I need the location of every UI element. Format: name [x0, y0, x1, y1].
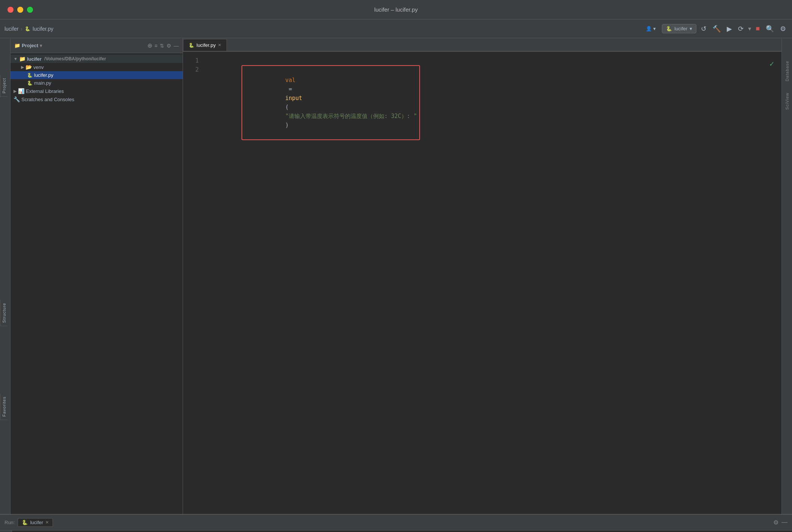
database-label[interactable]: Database: [785, 61, 789, 81]
breadcrumb-file[interactable]: lucifer.py: [33, 26, 53, 32]
run-label: Run:: [4, 520, 15, 525]
tree-main-py[interactable]: 🐍 main.py: [10, 79, 183, 87]
tree-venv[interactable]: ▶ 📂 venv: [10, 63, 183, 71]
root-path: /Volumes/DBA/python/lucifer: [43, 56, 106, 61]
run-settings-icon[interactable]: ⚙: [773, 519, 778, 526]
editor-tab-lucifer[interactable]: 🐍 lucifer.py ✕: [183, 39, 227, 51]
tree-lucifer-py[interactable]: 🐍 lucifer.py: [10, 71, 183, 79]
project-title: 📁 Project ▾: [14, 43, 42, 48]
tab-name: lucifer.py: [196, 42, 216, 48]
debug-start-button[interactable]: ▶: [725, 24, 734, 34]
minimize-button[interactable]: [17, 7, 23, 13]
breadcrumb: lucifer › 🐍 lucifer.py: [4, 26, 640, 32]
main-layout: 📁 Project ▾ ⊕ ≡ ⇅ ⚙ — ▼ 📁 lucifer /Volum…: [0, 38, 792, 514]
window-title: lucifer – lucifer.py: [374, 6, 418, 13]
project-sidebar-tab[interactable]: Project: [0, 75, 8, 97]
tab-icon: 🐍: [189, 43, 194, 48]
maximize-button[interactable]: [27, 7, 33, 13]
breadcrumb-root[interactable]: lucifer: [4, 26, 18, 32]
ext-icon: 📊: [18, 88, 24, 94]
run-header: Run: 🐍 lucifer ✕ ⚙ —: [0, 515, 792, 531]
code-paren-open: (: [285, 104, 289, 111]
checkmark-icon: ✓: [770, 58, 774, 70]
run-body: ↺ ▲ ▼ 🔧 ■ ↵ ⊟ 🖨 🗑 /Volumes/DBA/python/lu…: [0, 531, 792, 532]
run-tab-close[interactable]: ✕: [45, 520, 49, 525]
top-toolbar: lucifer › 🐍 lucifer.py 👤 ▾ 🐍 lucifer ▾ ↺…: [0, 19, 792, 38]
run-tab-lucifer[interactable]: 🐍 lucifer ✕: [18, 518, 53, 527]
lucifer-py-name: lucifer.py: [34, 72, 53, 78]
ext-chevron: ▶: [14, 89, 16, 94]
favorites-sidebar-tab[interactable]: Favorites: [0, 393, 8, 420]
editor-panel: 🐍 lucifer.py ✕ 1 2 val = input ( "请输入带温度…: [183, 38, 782, 514]
project-panel: 📁 Project ▾ ⊕ ≡ ⇅ ⚙ — ▼ 📁 lucifer /Volum…: [10, 38, 183, 514]
root-chevron: ▼: [14, 57, 18, 61]
main-py-name: main.py: [34, 80, 51, 86]
editor-tabs: 🐍 lucifer.py ✕: [183, 38, 782, 52]
run-tab-name: lucifer: [30, 520, 43, 525]
project-add-icon[interactable]: ⊕: [147, 42, 152, 49]
toolbar-right: 👤 ▾ 🐍 lucifer ▾ ↺ 🔨 ▶ ⟳ ▾ ■ 🔍 ⚙: [643, 24, 788, 34]
left-sidebar-strip: [0, 38, 10, 514]
run-config[interactable]: 🐍 lucifer ▾: [662, 24, 696, 33]
code-var: val: [285, 77, 296, 84]
code-area[interactable]: val = input ( "请输入带温度表示符号的温度值（例如: 32C）: …: [202, 52, 782, 514]
user-button[interactable]: 👤 ▾: [643, 24, 659, 33]
code-fn: input: [285, 95, 302, 102]
search-button[interactable]: 🔍: [764, 24, 776, 34]
settings-button[interactable]: ⚙: [778, 24, 788, 34]
root-folder-icon: 📁: [19, 56, 26, 62]
bottom-panel: Run: 🐍 lucifer ✕ ⚙ — ↺ ▲ ▼ 🔧 ■ ↵ ⊟ 🖨 🗑 /…: [0, 514, 792, 532]
run-output: /Volumes/DBA/python/lucifer/venv/bin/pyt…: [12, 531, 792, 532]
run-minimize-icon[interactable]: —: [782, 519, 788, 526]
project-minimize-icon[interactable]: —: [174, 43, 179, 49]
run-button[interactable]: ↺: [699, 24, 708, 34]
main-py-icon: 🐍: [27, 81, 33, 86]
code-paren-close: ): [285, 122, 289, 129]
tree-external-libs[interactable]: ▶ 📊 External Libraries: [10, 87, 183, 95]
project-header: 📁 Project ▾ ⊕ ≡ ⇅ ⚙ —: [10, 38, 183, 53]
breadcrumb-sep: ›: [21, 26, 22, 32]
project-toolbar: ⊕ ≡ ⇅ ⚙ —: [147, 42, 179, 49]
venv-name: venv: [33, 64, 44, 70]
run-config-dropdown: ▾: [690, 26, 692, 31]
tab-close-icon[interactable]: ✕: [218, 43, 221, 48]
line-num-2: 2: [186, 65, 199, 74]
build-button[interactable]: 🔨: [711, 24, 722, 34]
code-op: =: [285, 86, 296, 93]
structure-sidebar-tab[interactable]: Structure: [0, 300, 8, 326]
venv-chevron: ▶: [21, 65, 24, 70]
code-str: "请输入带温度表示符号的温度值（例如: 32C）: ": [285, 113, 417, 120]
close-button[interactable]: [8, 7, 14, 13]
user-icon: 👤: [646, 26, 652, 31]
run-left-strip: ↺ ▲ ▼ 🔧 ■ ↵ ⊟ 🖨 🗑: [0, 531, 12, 532]
stop-button[interactable]: ■: [754, 24, 761, 33]
root-name: lucifer: [27, 56, 42, 62]
project-collapse-icon[interactable]: ≡: [154, 43, 158, 49]
scratches-name: Scratches and Consoles: [21, 97, 74, 102]
project-folder-icon: 📁: [14, 43, 20, 48]
ext-name: External Libraries: [26, 88, 64, 94]
tree-scratches[interactable]: 🔧 Scratches and Consoles: [10, 95, 183, 103]
project-settings-icon[interactable]: ⚙: [166, 43, 171, 49]
line-num-1: 1: [186, 56, 199, 65]
line-numbers: 1 2: [183, 52, 202, 514]
user-dropdown-icon: ▾: [653, 26, 656, 31]
project-dropdown-icon[interactable]: ▾: [40, 43, 42, 48]
right-sidebar-strip: Database SciView: [782, 38, 792, 514]
lucifer-py-icon: 🐍: [27, 73, 33, 78]
run-config-icon: 🐍: [666, 26, 672, 31]
code-highlighted-box: val = input ( "请输入带温度表示符号的温度值（例如: 32C）: …: [242, 65, 420, 140]
window-controls: [8, 7, 33, 13]
project-sort-icon[interactable]: ⇅: [160, 43, 164, 49]
code-line-2: [208, 149, 776, 158]
sciview-label[interactable]: SciView: [785, 93, 789, 110]
profile-button[interactable]: ⟳: [736, 24, 745, 34]
title-bar: lucifer – lucifer.py: [0, 0, 792, 19]
file-tree: ▼ 📁 lucifer /Volumes/DBA/python/lucifer …: [10, 53, 183, 514]
editor-content: 1 2 val = input ( "请输入带温度表示符号的温度值（例如: 32…: [183, 52, 782, 514]
tree-root[interactable]: ▼ 📁 lucifer /Volumes/DBA/python/lucifer: [10, 55, 183, 63]
run-config-name: lucifer: [674, 26, 687, 31]
run-tab-icon: 🐍: [22, 520, 28, 525]
run-header-right: ⚙ —: [773, 519, 788, 526]
code-line-1: val = input ( "请输入带温度表示符号的温度值（例如: 32C）: …: [208, 56, 776, 149]
